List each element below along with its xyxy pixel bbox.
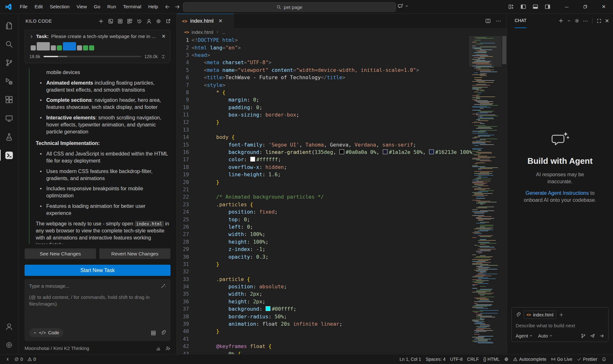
code-line[interactable]: 7 <style> — [177, 81, 473, 88]
code-line[interactable]: 28 height: 100%; — [177, 238, 473, 246]
network-status[interactable] — [502, 354, 511, 364]
code-line[interactable]: 35 width: 2px; — [177, 290, 473, 298]
code-line[interactable]: 40 } — [177, 328, 473, 335]
code-line[interactable]: 41 — [177, 335, 473, 343]
remote-window-button[interactable] — [3, 354, 12, 364]
cursor-position[interactable]: Ln 1, Col 1 — [397, 354, 423, 364]
chat-input-box[interactable]: <> index.html Describe what to build nex… — [511, 307, 609, 342]
toggle-secondary-sidebar-icon[interactable] — [545, 4, 550, 10]
model-selector[interactable]: Auto — [538, 333, 553, 338]
close-button[interactable]: ✕ — [594, 0, 613, 13]
code-line[interactable]: 38 border-radius: 50%; — [177, 313, 473, 320]
code-line[interactable]: 13 — [177, 126, 473, 133]
code-line[interactable]: 1<!DOCTYPE html> — [177, 36, 473, 44]
encoding[interactable]: UTF-8 — [448, 354, 465, 364]
menu-selection[interactable]: Selection — [46, 0, 73, 13]
color-swatch[interactable] — [250, 157, 255, 162]
nav-forward-icon[interactable] — [175, 4, 180, 10]
start-new-task-button[interactable]: Start New Task — [25, 265, 170, 276]
toggle-primary-sidebar-icon[interactable] — [520, 4, 526, 10]
agent-mode-selector[interactable]: Agent — [516, 333, 533, 338]
code-line[interactable]: 21 — [177, 186, 473, 193]
menu-go[interactable]: Go — [90, 0, 104, 13]
api-provider-icon[interactable] — [151, 330, 156, 336]
code-line[interactable]: 11 box-sizing: border-box; — [177, 111, 473, 118]
code-line[interactable]: 34 position: absolute; — [177, 283, 473, 290]
breadcrumb[interactable]: <> index.html ... — [177, 28, 507, 36]
mcp-icon[interactable] — [108, 19, 113, 24]
code-editor[interactable]: 1<!DOCTYPE html>2<html lang="en">3<head>… — [177, 36, 507, 354]
code-line[interactable]: 29 z-index: -1; — [177, 246, 473, 253]
code-line[interactable]: 16 background: linear-gradient(135deg, #… — [177, 148, 473, 156]
minimap[interactable] — [469, 36, 502, 354]
activitybar-testing-icon[interactable] — [0, 127, 18, 146]
editor-scrollbar[interactable] — [502, 36, 507, 354]
code-line[interactable]: 12 } — [177, 118, 473, 126]
code-line[interactable]: 27 width: 100%; — [177, 231, 473, 238]
chat-more-actions-icon[interactable]: ⋯ — [583, 18, 588, 24]
code-line[interactable]: 42 @keyframes float { — [177, 343, 473, 350]
menu-edit[interactable]: Edit — [31, 0, 46, 13]
code-line[interactable]: 36 height: 2px; — [177, 298, 473, 305]
customize-layout-icon[interactable] — [508, 4, 514, 10]
warnings-indicator[interactable]: 0 — [25, 354, 38, 364]
new-task-icon[interactable] — [98, 19, 104, 24]
language-mode[interactable]: {} HTML — [481, 354, 502, 364]
maximize-panel-icon[interactable] — [597, 19, 602, 23]
activitybar-kilo-code-icon[interactable] — [0, 146, 18, 164]
code-line[interactable]: 23 .particles { — [177, 201, 473, 208]
autocomplete-status[interactable]: Autocomplete — [511, 354, 549, 364]
color-swatch[interactable] — [429, 149, 434, 154]
more-actions-icon[interactable]: ⋯ — [496, 18, 501, 24]
command-center-search[interactable]: pet page — [183, 2, 396, 12]
tools-icon[interactable] — [581, 333, 586, 338]
history-icon[interactable] — [137, 19, 142, 24]
code-line[interactable]: 17 color: #ffffff; — [177, 156, 473, 163]
activitybar-manage-settings-icon[interactable] — [0, 336, 18, 354]
prompts-icon[interactable] — [117, 19, 123, 24]
activitybar-run-debug-icon[interactable] — [0, 72, 18, 90]
code-line[interactable]: 26 left: 0; — [177, 223, 473, 231]
code-line[interactable]: 33 .particle { — [177, 276, 473, 283]
menu-file[interactable]: File — [16, 0, 31, 13]
notifications-bell[interactable] — [600, 354, 609, 364]
account-icon[interactable] — [146, 19, 152, 24]
open-in-editor-icon[interactable] — [165, 19, 171, 24]
color-swatch[interactable] — [383, 149, 388, 154]
color-swatch[interactable] — [266, 306, 270, 311]
code-line[interactable]: 4 <meta charset="UTF-8"> — [177, 59, 473, 66]
code-line[interactable]: 20 } — [177, 178, 473, 186]
split-editor-icon[interactable] — [485, 18, 491, 24]
attach-file-icon[interactable] — [161, 330, 166, 336]
go-live[interactable]: Go Live — [549, 354, 575, 364]
marketplace-icon[interactable] — [127, 19, 132, 24]
settings-icon[interactable] — [156, 19, 161, 24]
nav-back-icon[interactable] — [165, 4, 170, 10]
activitybar-accounts-icon[interactable] — [0, 317, 18, 336]
activitybar-source-control-icon[interactable] — [0, 53, 18, 72]
add-context-icon[interactable] — [559, 313, 564, 317]
color-swatch[interactable] — [339, 149, 344, 154]
code-line[interactable]: 25 top: 0; — [177, 216, 473, 223]
breadcrumb-file[interactable]: index.html — [192, 29, 213, 35]
chevron-down-icon[interactable] — [567, 19, 571, 23]
code-line[interactable]: 9 margin: 0; — [177, 96, 473, 103]
generate-agent-instructions-link[interactable]: Generate Agent Instructions — [526, 190, 589, 196]
toggle-panel-icon[interactable] — [533, 4, 538, 10]
menu-help[interactable]: Help — [145, 0, 162, 13]
code-line[interactable]: 10 padding: 0; — [177, 104, 473, 111]
tab-close-icon[interactable]: ✕ — [218, 18, 223, 24]
scrollbar-thumb[interactable] — [502, 36, 506, 64]
task-message-area[interactable]: mobile devices•Animated elements includi… — [25, 68, 170, 244]
task-close-icon[interactable]: ✕ — [162, 34, 166, 39]
activitybar-search-icon[interactable] — [0, 35, 18, 53]
attach-context-icon[interactable] — [516, 312, 521, 317]
task-expand-chevron-icon[interactable] — [29, 34, 34, 39]
code-line[interactable]: 3<head> — [177, 51, 473, 59]
code-line[interactable]: 22 /* Animated background particles */ — [177, 193, 473, 201]
mode-selector[interactable]: </> Code — [29, 328, 63, 337]
feedback-icon[interactable] — [165, 346, 170, 351]
restore-button[interactable] — [576, 0, 594, 13]
breadcrumb-tail[interactable]: ... — [222, 29, 226, 35]
code-line[interactable]: 14 body { — [177, 133, 473, 141]
